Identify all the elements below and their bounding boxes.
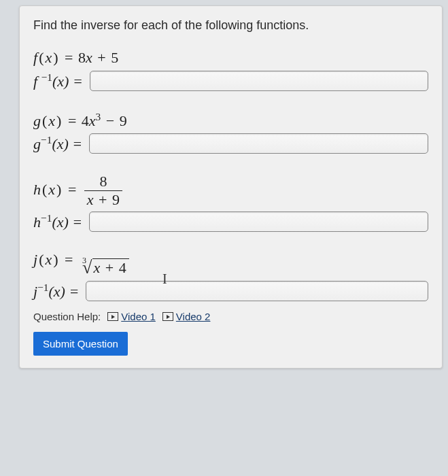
submit-question-button[interactable]: Submit Question bbox=[33, 332, 128, 356]
j-inverse-label: j−1(x) = bbox=[33, 282, 79, 301]
g-inverse-input[interactable] bbox=[89, 133, 428, 154]
h-inverse-label: h−1(x) = bbox=[33, 212, 82, 231]
f-inverse-input[interactable] bbox=[90, 71, 428, 91]
function-j-group: j(x) = 3√x + 4 j−1(x) = I bbox=[33, 251, 428, 301]
help-label: Question Help: bbox=[33, 311, 101, 322]
question-help-row: Question Help: Video 1 Video 2 bbox=[33, 311, 428, 322]
video-icon bbox=[162, 312, 173, 321]
video-2-link[interactable]: Video 2 bbox=[162, 311, 211, 322]
function-g-equation: g(x) = 4x3 − 9 bbox=[33, 110, 428, 131]
video-2-text: Video 2 bbox=[176, 311, 211, 322]
g-inverse-row: g−1(x) = bbox=[33, 133, 428, 154]
g-inverse-label: g−1(x) = bbox=[33, 134, 82, 153]
video-1-link[interactable]: Video 1 bbox=[107, 311, 156, 322]
question-card: Find the inverse for each of the followi… bbox=[19, 5, 443, 369]
function-h-group: h(x) = 8x + 9 h−1(x) = bbox=[33, 173, 428, 232]
h-inverse-row: h−1(x) = bbox=[33, 211, 428, 232]
function-f-equation: f(x) = 8x + 5 bbox=[33, 48, 428, 68]
video-1-text: Video 1 bbox=[121, 311, 156, 322]
j-inverse-input[interactable] bbox=[86, 281, 428, 301]
f-inverse-label: f −1(x) = bbox=[33, 71, 83, 90]
function-j-equation: j(x) = 3√x + 4 bbox=[33, 251, 428, 278]
h-inverse-input[interactable] bbox=[89, 211, 428, 232]
function-f-group: f(x) = 8x + 5 f −1(x) = bbox=[33, 48, 428, 91]
video-icon bbox=[107, 312, 118, 321]
function-g-group: g(x) = 4x3 − 9 g−1(x) = bbox=[33, 110, 428, 154]
f-inverse-row: f −1(x) = bbox=[33, 71, 428, 91]
question-prompt: Find the inverse for each of the followi… bbox=[33, 18, 428, 33]
function-h-equation: h(x) = 8x + 9 bbox=[33, 173, 428, 209]
j-inverse-row: j−1(x) = I bbox=[33, 281, 428, 301]
